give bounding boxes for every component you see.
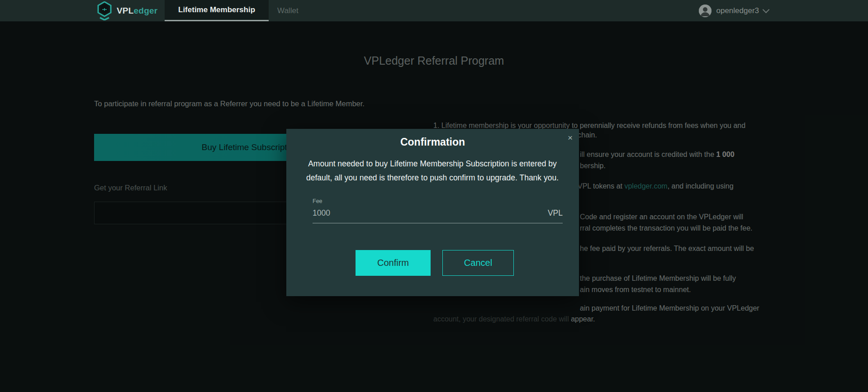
username-label: openledger3 (716, 6, 759, 15)
fee-input-row[interactable]: 1000 VPL (313, 208, 563, 223)
tab-wallet[interactable]: Wallet (264, 0, 312, 21)
chevron-down-icon (763, 6, 770, 14)
tab-lifetime-membership[interactable]: Lifetime Membership (165, 0, 269, 21)
user-avatar (699, 5, 711, 17)
fee-label: Fee (313, 198, 563, 204)
fee-currency-label: VPL (548, 208, 563, 218)
modal-title: Confirmation (286, 136, 579, 148)
confirm-button[interactable]: Confirm (356, 250, 431, 276)
top-nav: VPLedger Lifetime Membership Wallet open… (0, 0, 868, 22)
tab-label: Lifetime Membership (178, 5, 255, 14)
user-menu[interactable]: openledger3 (699, 0, 768, 21)
vpledger-logo-icon (97, 1, 112, 20)
confirmation-modal: × Confirmation Amount needed to buy Life… (286, 129, 579, 296)
fee-field: Fee 1000 VPL (313, 198, 563, 223)
tab-label: Wallet (277, 6, 299, 15)
brand[interactable]: VPLedger (97, 0, 157, 21)
modal-body-text: Amount needed to buy Lifetime Membership… (306, 157, 559, 185)
fee-value[interactable]: 1000 (313, 208, 330, 218)
cancel-button[interactable]: Cancel (442, 250, 514, 276)
brand-name: VPLedger (117, 6, 157, 16)
